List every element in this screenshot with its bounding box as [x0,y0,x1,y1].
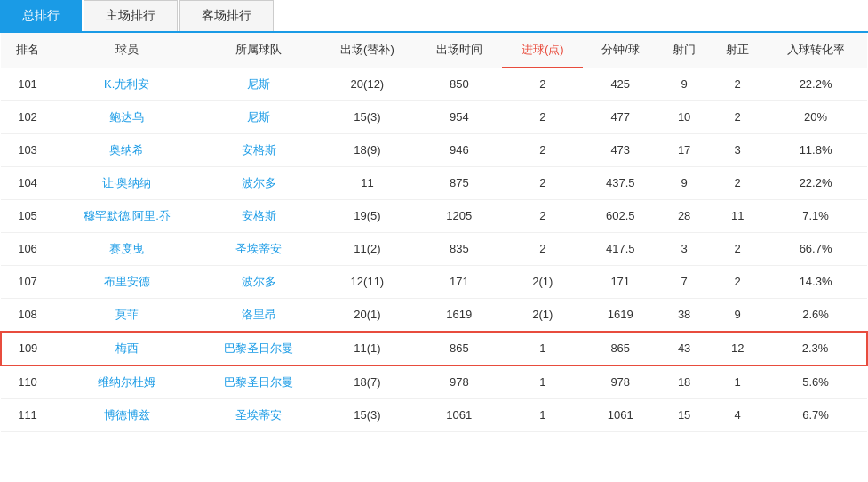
cell-onTarget: 11 [711,199,764,232]
cell-appearances: 11(2) [319,232,417,265]
cell-goals: 2 [502,68,583,100]
cell-minPerGoal: 602.5 [583,199,657,232]
cell-minutes: 875 [416,166,502,199]
cell-conversion: 2.3% [764,332,867,366]
cell-team[interactable]: 波尔多 [199,265,318,298]
cell-rank: 110 [1,366,54,399]
cell-conversion: 2.6% [764,298,867,332]
cell-minPerGoal: 477 [583,100,657,133]
cell-conversion: 7.1% [764,199,867,232]
tab-overall[interactable]: 总排行 [0,0,82,31]
cell-minPerGoal: 437.5 [583,166,657,199]
cell-goals: 2 [502,232,583,265]
cell-team[interactable]: 巴黎圣日尔曼 [199,366,318,399]
cell-team[interactable]: 安格斯 [199,199,318,232]
cell-goals: 2 [502,199,583,232]
cell-shots: 9 [657,166,711,199]
cell-minutes: 850 [416,68,502,100]
table-row: 107布里安德波尔多12(11)1712(1)1717214.3% [1,265,867,298]
cell-rank: 106 [1,232,54,265]
cell-player[interactable]: 博德博兹 [54,398,199,431]
cell-appearances: 20(1) [319,298,417,332]
cell-shots: 15 [657,398,711,431]
cell-conversion: 14.3% [764,265,867,298]
cell-player[interactable]: 维纳尔杜姆 [54,366,199,399]
table-row: 109梅西巴黎圣日尔曼11(1)865186543122.3% [1,332,867,366]
cell-conversion: 5.6% [764,366,867,399]
cell-conversion: 6.7% [764,398,867,431]
table-row: 105穆罕默德.阿里.乔安格斯19(5)12052602.528117.1% [1,199,867,232]
cell-minPerGoal: 978 [583,366,657,399]
cell-player[interactable]: 赛度曳 [54,232,199,265]
cell-team[interactable]: 尼斯 [199,68,318,100]
cell-rank: 107 [1,265,54,298]
cell-minPerGoal: 1619 [583,298,657,332]
cell-onTarget: 12 [711,332,764,366]
cell-shots: 18 [657,366,711,399]
cell-shots: 38 [657,298,711,332]
cell-appearances: 18(7) [319,366,417,399]
cell-onTarget: 1 [711,366,764,399]
cell-appearances: 19(5) [319,199,417,232]
cell-rank: 105 [1,199,54,232]
cell-conversion: 22.2% [764,68,867,100]
cell-player[interactable]: 布里安德 [54,265,199,298]
cell-player[interactable]: 穆罕默德.阿里.乔 [54,199,199,232]
cell-minutes: 835 [416,232,502,265]
cell-appearances: 11(1) [319,332,417,366]
cell-conversion: 11.8% [764,133,867,166]
cell-rank: 109 [1,332,54,366]
table-row: 110维纳尔杜姆巴黎圣日尔曼18(7)97819781815.6% [1,366,867,399]
tab-away[interactable]: 客场排行 [179,0,274,31]
cell-goals: 2 [502,166,583,199]
cell-player[interactable]: 梅西 [54,332,199,366]
cell-player[interactable]: 莫菲 [54,298,199,332]
cell-team[interactable]: 洛里昂 [199,298,318,332]
cell-rank: 104 [1,166,54,199]
col-player: 球员 [54,33,199,68]
cell-minutes: 1619 [416,298,502,332]
cell-onTarget: 2 [711,68,764,100]
cell-onTarget: 3 [711,133,764,166]
cell-minPerGoal: 425 [583,68,657,100]
cell-onTarget: 9 [711,298,764,332]
cell-team[interactable]: 圣埃蒂安 [199,398,318,431]
cell-conversion: 66.7% [764,232,867,265]
cell-player[interactable]: 鲍达乌 [54,100,199,133]
tab-bar: 总排行 主场排行 客场排行 [0,0,868,33]
col-team: 所属球队 [199,33,318,68]
cell-player[interactable]: 让·奥纳纳 [54,166,199,199]
table-row: 103奥纳希安格斯18(9)946247317311.8% [1,133,867,166]
cell-minutes: 946 [416,133,502,166]
cell-player[interactable]: 奥纳希 [54,133,199,166]
cell-appearances: 20(12) [319,68,417,100]
cell-player[interactable]: K.尤利安 [54,68,199,100]
col-min-per-goal: 分钟/球 [583,33,657,68]
cell-minPerGoal: 417.5 [583,232,657,265]
cell-minPerGoal: 865 [583,332,657,366]
col-conversion: 入球转化率 [764,33,867,68]
cell-appearances: 12(11) [319,265,417,298]
cell-minPerGoal: 171 [583,265,657,298]
cell-rank: 102 [1,100,54,133]
cell-team[interactable]: 尼斯 [199,100,318,133]
cell-team[interactable]: 圣埃蒂安 [199,232,318,265]
cell-goals: 2 [502,100,583,133]
table-row: 102鲍达乌尼斯15(3)954247710220% [1,100,867,133]
cell-shots: 17 [657,133,711,166]
table-row: 104让·奥纳纳波尔多118752437.59222.2% [1,166,867,199]
cell-goals: 1 [502,398,583,431]
cell-shots: 10 [657,100,711,133]
tab-home[interactable]: 主场排行 [84,0,178,31]
cell-team[interactable]: 波尔多 [199,166,318,199]
cell-team[interactable]: 安格斯 [199,133,318,166]
cell-goals: 1 [502,366,583,399]
col-on-target: 射正 [711,33,764,68]
cell-minutes: 1061 [416,398,502,431]
cell-minutes: 978 [416,366,502,399]
cell-appearances: 18(9) [319,133,417,166]
cell-rank: 111 [1,398,54,431]
table-header: 排名 球员 所属球队 出场(替补) 出场时间 进球(点) 分钟/球 射门 射正 … [1,33,867,68]
table-row: 101K.尤利安尼斯20(12)85024259222.2% [1,68,867,100]
cell-team[interactable]: 巴黎圣日尔曼 [199,332,318,366]
